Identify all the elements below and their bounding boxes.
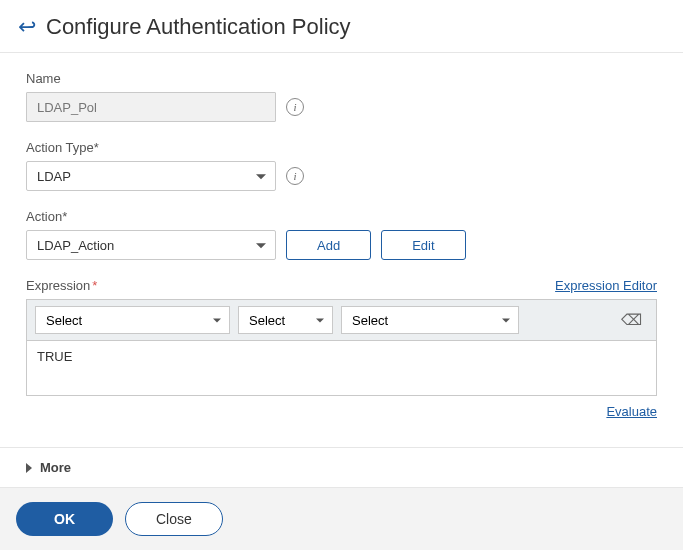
page-title: Configure Authentication Policy — [46, 14, 351, 40]
more-toggle[interactable]: More — [0, 447, 683, 488]
expr-select-3[interactable]: Select — [341, 306, 519, 334]
field-expression: Expression* Expression Editor Select Sel… — [26, 278, 657, 419]
field-action-type: Action Type* LDAP i — [26, 140, 657, 191]
chevron-right-icon — [26, 463, 32, 473]
expression-label: Expression* — [26, 278, 97, 293]
expression-body[interactable]: TRUE — [27, 341, 656, 395]
name-label: Name — [26, 71, 657, 86]
expr-select-1[interactable]: Select — [35, 306, 230, 334]
action-label: Action* — [26, 209, 657, 224]
action-type-select[interactable]: LDAP — [26, 161, 276, 191]
edit-button[interactable]: Edit — [381, 230, 465, 260]
ok-button[interactable]: OK — [16, 502, 113, 536]
action-type-label: Action Type* — [26, 140, 657, 155]
back-icon[interactable]: ↩ — [18, 16, 36, 38]
expression-toolbar: Select Select Select ⌫ — [27, 300, 656, 341]
name-input[interactable] — [26, 92, 276, 122]
expr-select-2[interactable]: Select — [238, 306, 333, 334]
form-area: Name i Action Type* LDAP i Action* LDAP_… — [0, 52, 683, 447]
evaluate-link[interactable]: Evaluate — [606, 404, 657, 419]
page-header: ↩ Configure Authentication Policy — [0, 0, 683, 52]
add-button[interactable]: Add — [286, 230, 371, 260]
expression-editor-link[interactable]: Expression Editor — [555, 278, 657, 293]
info-icon[interactable]: i — [286, 98, 304, 116]
field-name: Name i — [26, 71, 657, 122]
footer: OK Close — [0, 488, 683, 550]
expression-box: Select Select Select ⌫ TRUE — [26, 299, 657, 396]
info-icon[interactable]: i — [286, 167, 304, 185]
field-action: Action* LDAP_Action Add Edit — [26, 209, 657, 260]
action-select[interactable]: LDAP_Action — [26, 230, 276, 260]
close-button[interactable]: Close — [125, 502, 223, 536]
more-label: More — [40, 460, 71, 475]
clear-icon[interactable]: ⌫ — [615, 311, 648, 329]
